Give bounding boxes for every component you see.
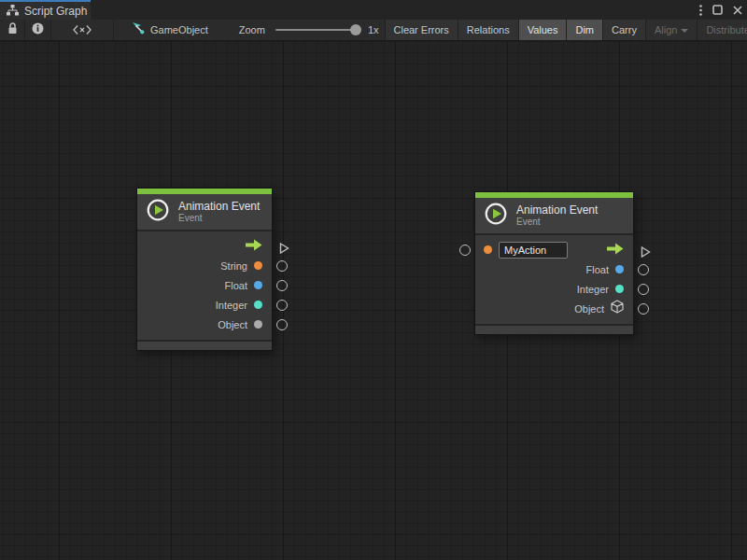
flow-arrow-icon [245, 238, 262, 255]
window-controls [699, 0, 742, 20]
tab-label: Script Graph [24, 5, 87, 18]
distribute-dropdown-label: Distribute [706, 24, 747, 35]
node-header[interactable]: Animation Event Event [137, 194, 272, 231]
flow-port-connector[interactable] [279, 241, 289, 258]
graph-target-selector[interactable]: GameObject [114, 20, 216, 40]
value-port-connector[interactable] [638, 264, 649, 275]
node-footer [137, 340, 272, 350]
float-port-dot [254, 281, 262, 289]
value-port-connector[interactable] [276, 319, 288, 330]
name-input-and-flow-row[interactable] [475, 240, 633, 259]
node-body: String Float Integer Object [137, 231, 272, 340]
value-port-connector[interactable] [638, 303, 649, 315]
object-port-dot [254, 320, 262, 329]
close-icon[interactable] [733, 6, 742, 15]
node-body: Float Integer Object [475, 235, 633, 324]
event-name-field[interactable] [499, 242, 568, 259]
float-port-dot [615, 265, 624, 273]
object-output-port-row[interactable]: Object [137, 315, 272, 334]
graph-hierarchy-icon [7, 3, 19, 20]
port-label: Object [218, 319, 247, 330]
integer-port-dot [615, 285, 624, 293]
event-play-icon [484, 202, 508, 230]
zoom-control: Zoom 1x [216, 20, 385, 40]
value-port-connector[interactable] [276, 280, 288, 291]
node-title: Animation Event [516, 203, 598, 217]
lock-icon [7, 21, 18, 38]
float-output-port-row[interactable]: Float [475, 259, 633, 279]
port-label: Integer [216, 300, 247, 311]
script-graph-asset-icon [132, 21, 145, 38]
zoom-value: 1x [368, 24, 379, 35]
carry-toggle[interactable]: Carry [603, 20, 645, 40]
align-dropdown-label: Align [655, 24, 677, 35]
dim-toggle[interactable]: Dim [567, 20, 602, 40]
menu-dots-icon[interactable] [699, 5, 702, 16]
node-subtitle: Event [178, 213, 260, 224]
tab-bar: Script Graph [0, 0, 747, 20]
port-label: Object [574, 303, 604, 315]
maximize-icon[interactable] [712, 5, 723, 15]
distribute-dropdown: Distribute [698, 20, 747, 40]
animation-event-node-2[interactable]: Animation Event Event [474, 191, 634, 335]
port-label: String [220, 260, 247, 272]
relations-button[interactable]: Relations [458, 20, 518, 40]
node-title: Animation Event [178, 200, 260, 213]
flow-arrow-icon [606, 242, 624, 259]
info-icon [32, 21, 44, 38]
values-toggle[interactable]: Values [519, 20, 567, 40]
lock-button[interactable] [0, 20, 24, 40]
flow-output-port-row[interactable] [137, 236, 272, 256]
align-dropdown: Align [646, 20, 697, 40]
value-port-connector[interactable] [276, 260, 288, 272]
node-subtitle: Event [516, 217, 598, 228]
zoom-slider[interactable] [275, 29, 359, 31]
info-button[interactable] [25, 20, 50, 40]
node-header[interactable]: Animation Event Event [475, 198, 633, 235]
port-label: Float [586, 264, 609, 275]
integer-output-port-row[interactable]: Integer [137, 295, 272, 315]
value-port-connector[interactable] [459, 245, 471, 256]
string-input-port-dot [484, 245, 492, 254]
angle-x-icon [73, 21, 92, 38]
object-output-port-row[interactable]: Object [475, 299, 633, 318]
tab-script-graph[interactable]: Script Graph [0, 0, 91, 20]
chevron-down-icon [681, 29, 688, 33]
port-label: Integer [577, 284, 609, 295]
zoom-slider-knob[interactable] [350, 24, 361, 35]
node-footer [475, 324, 633, 334]
event-play-icon [146, 198, 170, 226]
graph-canvas[interactable]: Animation Event Event [0, 41, 747, 560]
string-port-dot [254, 261, 262, 270]
value-port-connector[interactable] [276, 300, 288, 311]
integer-port-dot [254, 301, 262, 309]
integer-output-port-row[interactable]: Integer [475, 279, 633, 299]
string-output-port-row[interactable]: String [137, 256, 272, 275]
script-graph-window: Script Graph [0, 0, 747, 560]
graph-toolbar: GameObject Zoom 1x Clear Errors Relation… [0, 20, 747, 41]
animation-event-node-1[interactable]: Animation Event Event [136, 188, 273, 351]
float-output-port-row[interactable]: Float [137, 275, 272, 295]
code-view-button[interactable] [51, 20, 113, 40]
value-port-connector[interactable] [638, 284, 649, 295]
clear-errors-button[interactable]: Clear Errors [386, 20, 458, 40]
flow-port-connector[interactable] [641, 245, 651, 261]
zoom-label: Zoom [239, 24, 265, 35]
object-cube-icon [611, 300, 624, 317]
graph-target-label: GameObject [150, 24, 208, 35]
port-label: Float [225, 280, 247, 291]
